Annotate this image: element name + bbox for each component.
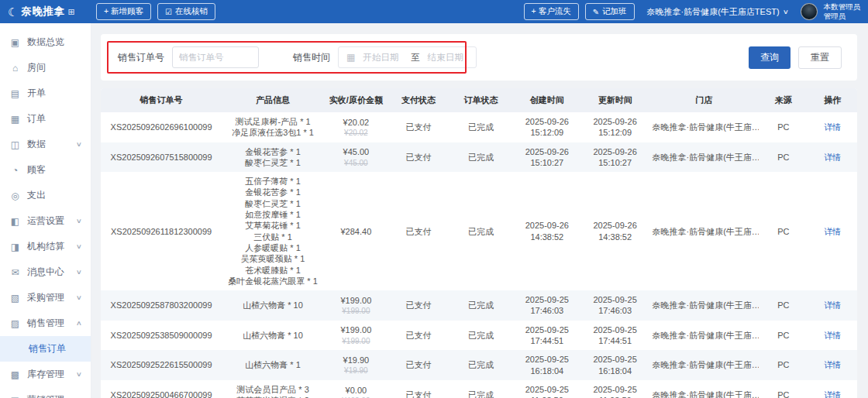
sidebar-item-billing[interactable]: ▤开单	[0, 81, 91, 106]
sidebar-item-sales[interactable]: ▨销售管理∧	[0, 311, 91, 336]
order-icon: ▦	[9, 114, 21, 125]
order-status-cell: 已完成	[449, 290, 513, 321]
action-cell: 详情	[808, 350, 858, 380]
sidebar-item-label: 支出	[27, 189, 81, 202]
detail-link[interactable]: 详情	[824, 227, 841, 236]
column-header: 订单状态	[449, 88, 513, 112]
logo-grid-icon: ⊞	[67, 7, 74, 17]
sidebar-item-room[interactable]: ⌂房间	[0, 55, 91, 81]
sidebar-item-data[interactable]: ◫数据∨	[0, 132, 91, 157]
query-button[interactable]: 查询	[749, 46, 790, 69]
sale-time-filter-label: 销售时间	[293, 51, 330, 64]
sidebar-item-settlement[interactable]: ◨机构结算∨	[0, 234, 91, 259]
order-status-cell: 已完成	[449, 380, 513, 398]
product-info-cell: 测试足康树-产品 * 1净足原液任选3包1 * 1	[222, 112, 324, 142]
data-icon: ◫	[9, 139, 21, 150]
record-overtime-button[interactable]: ✎ 记加班	[585, 3, 635, 20]
column-header: 门店	[649, 88, 760, 112]
pay-status-cell: 已支付	[388, 380, 449, 398]
store-cell: 奈晚推拿·筋骨健康(牛王庙…	[649, 142, 760, 173]
add-customer-button[interactable]: + 新增顾客	[96, 3, 151, 20]
order-status-cell: 已完成	[449, 112, 513, 142]
paid-amount: ¥199.00	[327, 324, 385, 335]
created-time-cell: 2025-09-2517:46:03	[513, 290, 581, 321]
online-verify-label: 在线核销	[175, 6, 208, 17]
column-header: 操作	[808, 88, 858, 112]
sidebar-item-label: 数据	[27, 138, 77, 151]
customer-icon: ◔	[9, 165, 21, 176]
source-cell: PC	[759, 290, 808, 321]
detail-link[interactable]: 详情	[824, 331, 841, 340]
logo-moon-icon: ☾	[8, 6, 18, 18]
detail-link[interactable]: 详情	[824, 122, 841, 132]
chevron-down-icon: ∨	[76, 141, 82, 148]
sidebar-item-customer[interactable]: ◔顾客	[0, 157, 91, 183]
order-no-input[interactable]	[172, 46, 259, 68]
settlement-icon: ◨	[9, 242, 21, 252]
order-no-cell: XS2025092602696100099	[101, 112, 222, 142]
order-no-cell: XS2025092538509000099	[101, 321, 222, 351]
date-range-picker[interactable]: ▦ 开始日期 至 结束日期	[338, 46, 477, 68]
settings-icon: ◧	[9, 216, 21, 227]
billing-icon: ▤	[9, 88, 21, 99]
reset-button[interactable]: 重置	[798, 46, 842, 69]
updated-time-cell: 2025-09-2511:03:56	[581, 380, 649, 398]
sidebar-item-expense[interactable]: ◎支出	[0, 183, 91, 208]
start-date-placeholder: 开始日期	[363, 52, 403, 63]
product-info-cell: 测试会员日产品 * 3茯苓薏米清湿膏 * 2	[222, 380, 324, 398]
created-time-cell: 2025-09-2517:44:51	[513, 321, 581, 351]
amount-cell: ¥284.40	[324, 172, 388, 290]
store-cell: 奈晚推拿·筋骨健康(牛王庙…	[649, 112, 760, 142]
sidebar-item-label: 消息中心	[27, 266, 77, 279]
action-cell: 详情	[808, 142, 858, 173]
store-cell: 奈晚推拿·筋骨健康(牛王庙…	[649, 172, 760, 290]
detail-link[interactable]: 详情	[824, 300, 841, 310]
product-line: 桑叶金银花蒸汽眼罩 * 1	[225, 276, 321, 286]
sidebar-item-label: 库存管理	[27, 368, 77, 381]
updated-time-cell: 2025-09-2516:18:04	[581, 350, 649, 380]
sidebar-item-order[interactable]: ▦订单	[0, 106, 91, 132]
online-verify-button[interactable]: ☑ 在线核销	[157, 3, 215, 20]
logo: ☾ 奈晚推拿 ⊞	[8, 5, 90, 19]
original-price: ¥199.00	[327, 306, 385, 316]
detail-link[interactable]: 详情	[824, 153, 841, 162]
table-row: XS2025092611812300099五倍子薄荷 * 1金银花苦参 * 1酸…	[101, 172, 857, 290]
sidebar-menu: ▣数据总览⌂房间▤开单▦订单◫数据∨◔顾客◎支出◧运营设置∨◨机构结算∨✉消息中…	[0, 29, 91, 398]
end-date-placeholder: 结束日期	[428, 52, 468, 63]
paid-amount: ¥284.40	[327, 226, 385, 237]
sidebar-item-sales-order[interactable]: 销售订单	[0, 336, 91, 362]
sales-icon: ▨	[9, 318, 21, 329]
chevron-down-icon: ∨	[782, 9, 788, 15]
sidebar-item-overview[interactable]: ▣数据总览	[0, 29, 91, 55]
sidebar-item-label: 采购管理	[27, 291, 77, 304]
chevron-down-icon: ∨	[76, 243, 82, 250]
product-line: 如意按摩锤 * 1	[225, 209, 321, 220]
sidebar-item-marketing[interactable]: ◩营销管理∨	[0, 387, 91, 398]
store-selector[interactable]: 奈晚推拿·筋骨健康(牛王庙店TEST) ∨	[647, 6, 788, 18]
table-row: XS2025092587803200099山楂六物膏 * 10¥199.00¥1…	[101, 290, 857, 321]
order-no-cell: XS2025092611812300099	[101, 172, 222, 290]
message-icon: ✉	[9, 267, 21, 278]
sidebar-item-message-center[interactable]: ✉消息中心∨	[0, 259, 91, 285]
created-time-cell: 2025-09-2615:10:27	[513, 142, 581, 173]
main-content: 销售订单号 销售时间 ▦ 开始日期 至 结束日期 查询 重置 销售订单号产品信息…	[91, 23, 868, 398]
sidebar-item-inventory[interactable]: ▩库存管理∨	[0, 362, 91, 387]
detail-link[interactable]: 详情	[824, 390, 841, 398]
product-info-cell: 山楂六物膏 * 1	[222, 350, 324, 380]
chevron-down-icon: ∨	[76, 294, 82, 301]
source-cell: PC	[759, 321, 808, 351]
product-line: 吴茱萸暖颈贴 * 1	[225, 253, 321, 264]
source-cell: PC	[759, 380, 808, 398]
sidebar-item-label: 销售管理	[27, 317, 77, 330]
avatar[interactable]	[801, 3, 818, 20]
table-body: XS2025092602696100099测试足康树-产品 * 1净足原液任选3…	[101, 112, 857, 398]
source-cell: PC	[759, 350, 808, 380]
sidebar-item-label: 顾客	[27, 163, 81, 177]
sidebar-item-label: 销售订单	[29, 342, 81, 355]
table-row: XS2025092607515800099金银花苦参 * 1酸枣仁灵芝 * 1¥…	[101, 142, 857, 173]
detail-link[interactable]: 详情	[824, 360, 841, 369]
sidebar-item-operation-settings[interactable]: ◧运营设置∨	[0, 208, 91, 234]
product-line: 酸枣仁灵芝 * 1	[225, 157, 321, 168]
sidebar-item-purchase[interactable]: ▧采购管理∨	[0, 285, 91, 311]
customer-loss-button[interactable]: + 客户流失	[524, 3, 579, 20]
